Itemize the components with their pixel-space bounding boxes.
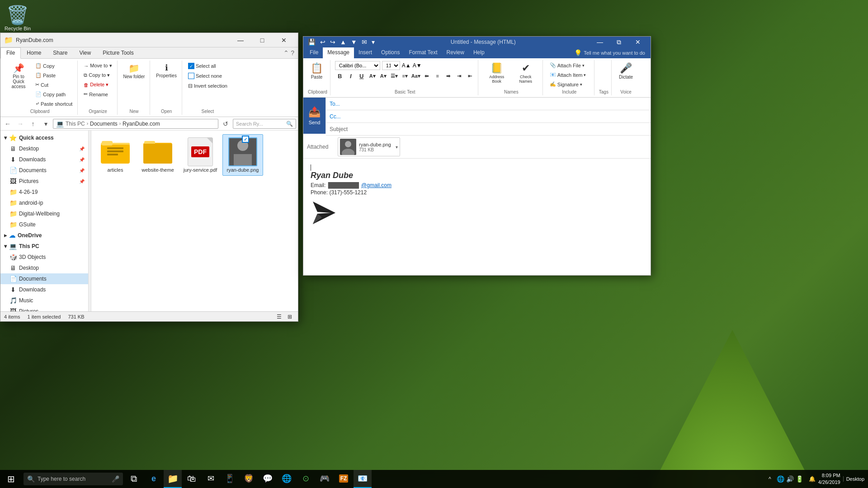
taskbar-chrome-btn[interactable]: ⊙	[297, 470, 315, 488]
invert-selection-button[interactable]: ⊟ Invert selection	[186, 81, 230, 90]
properties-button[interactable]: ℹ Properties	[154, 61, 179, 80]
ribbon-collapse-btn[interactable]: ⌃	[283, 49, 289, 56]
taskbar-mail-btn[interactable]: ✉	[202, 470, 220, 488]
align-center-btn[interactable]: ≡	[433, 71, 443, 81]
to-input[interactable]	[357, 99, 647, 109]
taskbar-taskview-btn[interactable]: ⧉	[125, 470, 143, 488]
taskbar-game-btn[interactable]: 🎮	[316, 470, 334, 488]
down-icon[interactable]: ▼	[350, 38, 358, 47]
selection-checkbox[interactable]: ✓	[242, 136, 249, 143]
sidebar-item-android-ip[interactable]: 📁 android-ip	[0, 197, 88, 208]
desktop-button[interactable]: Desktop	[843, 476, 864, 482]
cc-input[interactable]	[357, 112, 647, 122]
attach-file-button[interactable]: 📎 Attach File ▾	[547, 61, 591, 70]
address-book-button[interactable]: 📒 Address Book	[483, 61, 511, 89]
tab-file[interactable]: File	[0, 47, 21, 59]
subject-input[interactable]	[357, 124, 647, 134]
icon-view-button[interactable]: ⊞	[285, 313, 294, 321]
outlook-tab-help[interactable]: Help	[469, 47, 489, 58]
attachment-chip[interactable]: ryan-dube.png 731 KB ▾	[338, 137, 400, 156]
maximize-button[interactable]: □	[252, 33, 273, 47]
close-button[interactable]: ✕	[274, 33, 294, 47]
list-view-button[interactable]: ☰	[274, 313, 283, 321]
signature-button[interactable]: ✍ Signature ▾	[547, 80, 591, 89]
ribbon-help-btn[interactable]: ?	[291, 49, 294, 56]
tab-picture-tools[interactable]: Picture Tools	[97, 47, 139, 58]
send-button[interactable]: 📤 Send	[303, 98, 326, 134]
numbering-button[interactable]: ≡▾	[400, 71, 410, 81]
underline-button[interactable]: U	[357, 71, 367, 81]
file-item-image[interactable]: ✓ ryan-dube.png	[222, 134, 263, 176]
sidebar-pc-desktop[interactable]: 🖥 Desktop	[0, 263, 88, 273]
sidebar-pc-downloads[interactable]: ⬇ Downloads	[0, 284, 88, 295]
sidebar-pc-3d[interactable]: 🎲 3D Objects	[0, 252, 88, 263]
file-item-website-theme[interactable]: website-theme	[137, 134, 178, 176]
recent-button[interactable]: ▾	[40, 118, 51, 129]
sidebar-item-desktop[interactable]: 🖥 Desktop 📌	[0, 143, 88, 154]
decrease-font-btn[interactable]: A▼	[413, 62, 422, 69]
refresh-button[interactable]: ↺	[220, 118, 231, 129]
undo-icon[interactable]: ↩	[319, 38, 326, 47]
show-hidden-icons-btn[interactable]: ^	[769, 476, 771, 482]
back-button[interactable]: ←	[2, 118, 13, 129]
outlook-tab-insert[interactable]: Insert	[354, 47, 377, 58]
rename-button[interactable]: ✏ Rename	[81, 90, 114, 99]
attachment-dropdown-btn[interactable]: ▾	[396, 145, 398, 150]
recycle-bin-icon[interactable]: 🗑️ Recycle Bin	[5, 5, 31, 31]
up-button[interactable]: ↑	[28, 118, 38, 129]
taskbar-edge-btn[interactable]: e	[145, 470, 163, 488]
to-label[interactable]: To...	[330, 101, 357, 107]
outlook-tab-message[interactable]: Message	[323, 47, 354, 58]
tab-home[interactable]: Home	[21, 47, 47, 58]
onedrive-header[interactable]: ▸ ☁ OneDrive	[0, 230, 88, 241]
taskbar-filezilla-btn[interactable]: FZ	[335, 470, 353, 488]
up-icon[interactable]: ▲	[339, 38, 347, 47]
forward-button[interactable]: →	[15, 118, 26, 129]
quick-access-header[interactable]: ▾ ⭐ Quick access	[0, 132, 88, 143]
taskbar-store-btn[interactable]: 🛍	[183, 470, 201, 488]
this-pc-header[interactable]: ▾ 💻 This PC	[0, 241, 88, 252]
cut-button[interactable]: ✂ Cut	[33, 80, 75, 89]
sidebar-pc-documents[interactable]: 📄 Documents	[0, 273, 88, 284]
gmail-link[interactable]: @gmail.com	[361, 182, 392, 188]
outlook-tab-format[interactable]: Format Text	[404, 47, 442, 58]
tell-me[interactable]: Tell me what you want to do	[584, 50, 645, 56]
font-selector[interactable]: Calibri (Bo...	[335, 61, 380, 70]
sidebar-item-4-26-19[interactable]: 📁 4-26-19	[0, 187, 88, 197]
pin-quick-access-button[interactable]: 📌 Pin to Quick access	[5, 61, 32, 108]
outlook-tab-options[interactable]: Options	[377, 47, 404, 58]
paste-shortcut-button[interactable]: ⤶ Paste shortcut	[33, 99, 75, 108]
email-body[interactable]: Ryan Dube Email: ████████ @gmail.com Pho…	[303, 159, 651, 275]
taskbar-outlook-btn[interactable]: 📧	[354, 470, 372, 488]
envelope-icon[interactable]: ✉	[361, 38, 368, 47]
sidebar-item-downloads[interactable]: ⬇ Downloads 📌	[0, 154, 88, 165]
sidebar-pc-music[interactable]: 🎵 Music	[0, 295, 88, 306]
paste-button[interactable]: 📋 Paste	[308, 61, 326, 89]
copy-path-button[interactable]: 📄 Copy path	[33, 90, 75, 99]
sidebar-item-documents[interactable]: 📄 Documents 📌	[0, 165, 88, 176]
taskbar-explorer-btn[interactable]: 📁	[164, 470, 182, 488]
battery-icon[interactable]: 🔋	[796, 475, 803, 483]
taskbar-brave-btn[interactable]: 🦁	[240, 470, 258, 488]
save-icon[interactable]: 💾	[307, 38, 316, 47]
dropdown-icon[interactable]: ▾	[371, 38, 376, 47]
sidebar-item-gsuite[interactable]: 📁 GSuite	[0, 219, 88, 230]
italic-button[interactable]: I	[346, 71, 356, 81]
cc-label[interactable]: Cc...	[330, 113, 357, 120]
indent-btn[interactable]: ⇥	[454, 71, 464, 81]
taskbar-clock[interactable]: 8:09 PM 4/26/2019	[818, 472, 840, 486]
copy-button[interactable]: 📋 Copy	[33, 61, 75, 70]
search-bar[interactable]: Search Ry... 🔍	[233, 119, 296, 129]
highlight-button[interactable]: A▾	[368, 71, 377, 81]
size-selector[interactable]: 11	[382, 61, 400, 70]
sidebar-pc-pictures[interactable]: 🖼 Pictures	[0, 306, 88, 311]
check-names-button[interactable]: ✔ Check Names	[512, 61, 540, 89]
tab-share[interactable]: Share	[47, 47, 73, 58]
copy-to-button[interactable]: ⧉ Copy to ▾	[81, 71, 114, 80]
styles-button[interactable]: Aa▾	[411, 71, 421, 81]
align-left-btn[interactable]: ⬅	[422, 71, 432, 81]
notification-icon[interactable]: 🔔	[809, 476, 816, 482]
increase-font-btn[interactable]: A▲	[402, 62, 411, 69]
font-color-button[interactable]: A▾	[378, 71, 388, 81]
start-button[interactable]: ⊞	[0, 470, 22, 488]
